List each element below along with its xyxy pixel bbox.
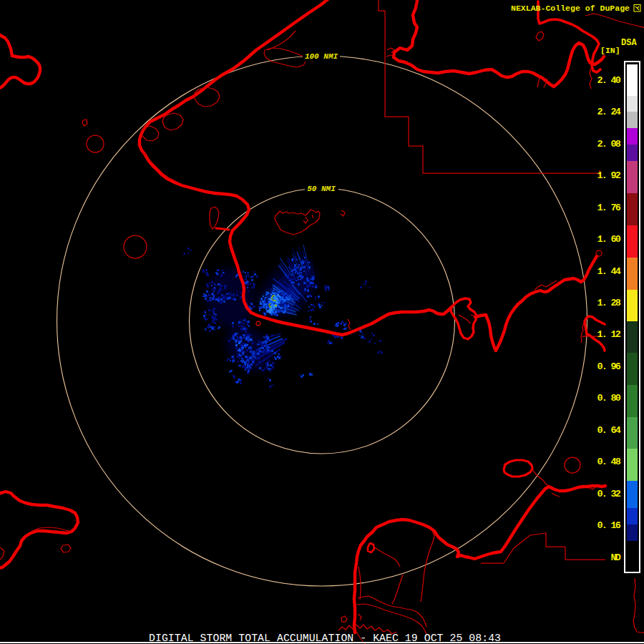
svg-text:0. 64: 0. 64 bbox=[597, 425, 620, 436]
svg-text:1. 60: 1. 60 bbox=[597, 234, 620, 245]
svg-text:0. 80: 0. 80 bbox=[597, 393, 620, 404]
svg-text:2. 40: 2. 40 bbox=[597, 75, 620, 86]
svg-text:NEXLAB-College of DuPage: NEXLAB-College of DuPage bbox=[511, 4, 630, 13]
svg-text:1. 44: 1. 44 bbox=[597, 266, 620, 277]
svg-text:50 NMI: 50 NMI bbox=[307, 185, 336, 193]
svg-text:100 NMI: 100 NMI bbox=[305, 52, 338, 61]
svg-text:0. 32: 0. 32 bbox=[597, 489, 620, 499]
svg-text:0. 16: 0. 16 bbox=[597, 520, 620, 531]
svg-text:2. 24: 2. 24 bbox=[597, 107, 620, 117]
svg-text:DSA: DSA bbox=[621, 38, 637, 48]
svg-text:[IN]: [IN] bbox=[600, 46, 620, 55]
svg-text:1. 76: 1. 76 bbox=[597, 203, 620, 213]
svg-text:0. 96: 0. 96 bbox=[597, 361, 620, 372]
svg-text:0. 48: 0. 48 bbox=[597, 457, 620, 467]
svg-text:2. 08: 2. 08 bbox=[597, 139, 620, 150]
svg-text:1. 12: 1. 12 bbox=[597, 329, 620, 340]
svg-text:ND: ND bbox=[610, 552, 620, 563]
svg-text:1. 92: 1. 92 bbox=[597, 170, 620, 181]
svg-text:1. 28: 1. 28 bbox=[597, 298, 620, 308]
